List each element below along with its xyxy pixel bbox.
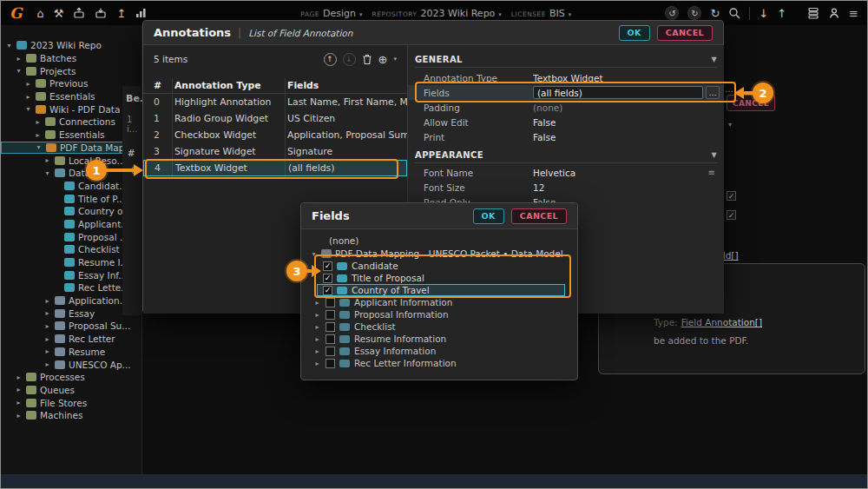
upload-icon[interactable]: ↥ — [116, 8, 126, 19]
upload-tray-icon[interactable]: ↑ — [777, 8, 786, 19]
font-menu-icon[interactable]: ≡ — [708, 168, 715, 177]
search-icon[interactable] — [728, 7, 740, 19]
expander-icon[interactable]: ▸ — [15, 373, 23, 381]
expander-icon[interactable]: ▾ — [5, 42, 13, 50]
group-row-checklist[interactable]: ▸Checklist — [301, 320, 577, 333]
expander-icon[interactable]: ▸ — [43, 335, 51, 343]
tree-item-previous[interactable]: ▸Previous — [1, 77, 142, 90]
layers-icon[interactable] — [807, 7, 819, 19]
stats-icon[interactable] — [135, 8, 147, 18]
expander-icon[interactable]: ▸ — [43, 297, 51, 305]
expander-icon[interactable]: ▸ — [43, 322, 51, 330]
table-row[interactable]: 2Checkbox WidgetApplication, Proposal Su… — [143, 127, 407, 143]
checkbox-unchecked[interactable] — [326, 298, 335, 307]
export-icon[interactable] — [73, 7, 85, 19]
tree-item-processes[interactable]: ▸Processes — [1, 371, 142, 384]
expander-icon[interactable]: ▸ — [15, 399, 23, 406]
move-down-icon[interactable]: ↓ — [343, 53, 356, 66]
property-row-font-size[interactable]: Font Size 12 — [408, 180, 724, 195]
expander-icon[interactable]: ▸ — [43, 347, 51, 355]
tree-item-wiki-project[interactable]: ▾Wiki - PDF Data M... — [1, 102, 142, 116]
tree-item-proposal-summary[interactable]: ▸Proposal Su... — [1, 320, 142, 333]
import-icon[interactable] — [95, 7, 107, 19]
expander-icon[interactable]: ▸ — [313, 323, 321, 331]
expander-icon[interactable]: ▸ — [24, 80, 32, 88]
tree-item-field-title[interactable]: Title of P... — [1, 192, 142, 205]
group-row-proposal-information[interactable]: ▸Proposal Information — [301, 308, 577, 320]
tree-item-application[interactable]: ▸Application... — [1, 294, 142, 307]
checkbox-unchecked[interactable] — [326, 334, 335, 344]
tree-item-field-country[interactable]: Country o... — [1, 205, 142, 218]
expander-icon[interactable]: ▸ — [34, 118, 42, 126]
download-icon[interactable]: ↓ — [759, 8, 768, 19]
ok-button[interactable]: OK — [619, 25, 650, 41]
menu-icon[interactable]: ≡ — [849, 8, 858, 19]
section-general[interactable]: GENERAL ▼ — [415, 52, 717, 68]
tree-item-unesco-app[interactable]: ▸UNESCO Ap... — [1, 358, 142, 371]
collapse-icon[interactable]: ▼ — [711, 151, 717, 159]
tree-item-field-checklist[interactable]: Checklist — [1, 243, 142, 256]
collapse-icon[interactable]: ▼ — [711, 56, 717, 63]
tree-item-pdf-data-mapping-selected[interactable]: ▾PDF Data Map... — [1, 142, 142, 155]
checkbox-unchecked[interactable] — [326, 322, 335, 332]
tree-item-machines[interactable]: ▸Machines — [1, 409, 142, 422]
tree-item-field-candidate[interactable]: Candidat... — [1, 180, 142, 193]
undo-icon[interactable]: ↺ — [665, 6, 679, 20]
redo-icon[interactable]: ↻ — [687, 6, 701, 20]
tree-item-field-recletter[interactable]: Rec Lette... — [1, 281, 142, 294]
add-menu-caret-icon[interactable]: ▾ — [393, 56, 397, 63]
expander-icon[interactable]: ▸ — [15, 386, 23, 393]
ok-button[interactable]: OK — [473, 208, 504, 224]
tree-item-essentials[interactable]: ▸Essentials — [1, 90, 142, 103]
move-up-icon[interactable]: ↑ — [324, 53, 337, 66]
table-row[interactable]: 3Signature WidgetSignature — [143, 143, 407, 160]
tools-icon[interactable]: ⚒ — [54, 8, 64, 19]
column-header-type[interactable]: Annotation Type — [174, 80, 287, 91]
expander-icon[interactable]: ▸ — [313, 347, 321, 355]
expander-icon[interactable]: ▸ — [313, 335, 321, 343]
tree-item-resume[interactable]: ▸Resume — [1, 346, 142, 359]
tree-item-repo[interactable]: ▾2023 Wiki Repo — [1, 39, 142, 52]
checkbox-unchecked[interactable] — [326, 359, 335, 368]
expander-icon[interactable]: ▸ — [313, 299, 321, 307]
tree-item-queues[interactable]: ▸Queues — [1, 384, 142, 397]
property-row-allow-edit[interactable]: Allow Edit False — [408, 115, 724, 129]
property-row-font-name[interactable]: Font Name Helvetica ≡ — [408, 165, 724, 180]
expander-icon[interactable]: ▾ — [24, 105, 32, 113]
expander-icon[interactable]: ▸ — [43, 360, 51, 368]
property-row-print[interactable]: Print False — [408, 129, 724, 144]
expander-icon[interactable]: ▸ — [24, 93, 32, 101]
expander-icon[interactable]: ▸ — [15, 55, 23, 63]
expander-icon[interactable]: ▸ — [43, 309, 51, 317]
repository-menu[interactable]: REPOSITORY 2023 Wiki Repo ▾ — [372, 8, 501, 19]
tree-item-field-proposal[interactable]: Proposal ... — [1, 230, 142, 243]
tree-item-local-resources[interactable]: ▸Local Reso... — [1, 154, 142, 167]
expander-icon[interactable]: ▸ — [313, 311, 321, 319]
tree-item-essay[interactable]: ▸Essay — [1, 307, 142, 320]
group-row-essay-information[interactable]: ▸Essay Information — [301, 345, 577, 357]
table-row[interactable]: 0Highlight AnnotationLast Name, First Na… — [143, 94, 407, 110]
expander-icon[interactable]: ▸ — [34, 131, 42, 139]
group-row-resume-information[interactable]: ▸Resume Information — [301, 333, 577, 345]
group-row-rec-letter-information[interactable]: ▸Rec Letter Information — [301, 357, 577, 369]
expander-icon[interactable]: ▸ — [313, 360, 321, 367]
home-icon[interactable]: ⌂ — [37, 8, 44, 19]
tree-item-file-stores[interactable]: ▸File Stores — [1, 396, 142, 409]
none-option[interactable]: (none) — [329, 235, 358, 246]
cancel-button[interactable]: CANCEL — [657, 25, 713, 41]
refresh-icon[interactable]: ↻ — [710, 8, 720, 19]
add-icon[interactable]: ⊕ — [378, 53, 388, 66]
table-row[interactable]: 1Radio Group WidgetUS Citizen — [143, 110, 407, 127]
checkbox-unchecked[interactable] — [326, 347, 335, 356]
tree-item-projects[interactable]: ▾Projects — [1, 64, 142, 77]
expander-icon[interactable]: ▾ — [15, 67, 23, 75]
page-menu[interactable]: PAGE Design ▾ — [300, 8, 362, 19]
tree-item-rec-letter[interactable]: ▸Rec Letter — [1, 333, 142, 346]
tree-item-essentials2[interactable]: ▸Essentials — [1, 129, 142, 142]
expander-icon[interactable]: ▸ — [43, 156, 51, 164]
licensee-menu[interactable]: LICENSEE BIS ▾ — [511, 8, 572, 19]
tree-item-batches[interactable]: ▸Batches — [1, 52, 142, 65]
column-header-fields[interactable]: Fields — [287, 80, 407, 91]
expander-icon[interactable]: ▾ — [35, 143, 43, 151]
expander-icon[interactable]: ▸ — [15, 412, 23, 420]
